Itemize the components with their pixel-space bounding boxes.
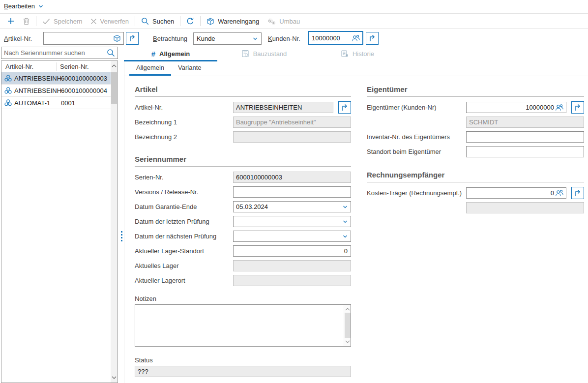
kunden-nr-input[interactable] [309, 32, 352, 44]
eigentuemer-name-input [467, 117, 584, 127]
list-item[interactable]: ANTRIEBSEINH... 6000100000003 [1, 72, 111, 85]
main-tabs: # Allgemein Bauzustand Historie [124, 47, 588, 61]
scroll-up-icon[interactable] [344, 305, 351, 313]
scroll-down-icon[interactable] [344, 338, 351, 346]
list-item[interactable]: AUTOMAT-1 0001 [1, 97, 111, 109]
subtab-allgemein[interactable]: Allgemein [129, 61, 171, 76]
delete-button[interactable] [19, 15, 34, 27]
list-item-serie: 0001 [61, 99, 111, 107]
scroll-down-icon[interactable] [111, 374, 118, 382]
serial-list: Artikel-Nr. Serien-Nr. ANTRIEBSEINH... 6… [1, 60, 118, 383]
list-header[interactable]: Artikel-Nr. Serien-Nr. [1, 61, 111, 72]
tab-allgemein-label: Allgemein [159, 50, 190, 58]
standort-eigentuemer-field [466, 146, 584, 157]
goods-receipt-button[interactable]: Wareneingang [203, 15, 263, 27]
eigentuemer-kunde-input[interactable] [467, 102, 555, 113]
build-state-icon [241, 50, 249, 58]
betrachtung-select[interactable]: Kunde [193, 32, 262, 45]
package-icon [206, 17, 214, 25]
serial-search-input[interactable] [1, 47, 107, 59]
menu-bearbeiten[interactable]: Bearbeiten [4, 2, 44, 10]
artikel-nr-form-field [233, 102, 333, 113]
artikel-nr-form-label: Artikel-Nr. [135, 104, 233, 111]
artikel-open-button[interactable] [126, 32, 139, 45]
letzte-pruefung-input[interactable] [234, 216, 342, 227]
customers-icon[interactable] [555, 104, 563, 111]
chevron-down-icon [252, 36, 258, 42]
inventar-nr-input[interactable] [467, 132, 584, 142]
garantie-date-field [233, 201, 351, 212]
lagerort-input [234, 275, 351, 286]
discard-button[interactable]: Verwerfen [87, 15, 133, 27]
notizen-scrollbar[interactable] [344, 305, 351, 346]
history-icon [341, 50, 349, 58]
scrollbar-thumb[interactable] [345, 313, 351, 338]
bezeichnung1-label: Bezeichnung 1 [135, 118, 233, 126]
column-header-artikel[interactable]: Artikel-Nr. [1, 63, 57, 70]
bezeichnung1-input [234, 117, 351, 127]
form-artikel-open-button[interactable] [338, 101, 351, 114]
cube-icon[interactable] [113, 34, 121, 42]
lagerort-label: Aktueller Lagerort [135, 277, 233, 284]
toolbar-separator [135, 16, 135, 26]
right-column: Eigentümer Eigentümer (Kunden-Nr) [367, 85, 584, 217]
new-button[interactable] [3, 15, 19, 27]
left-column: Artikel Artikel-Nr. Bezeichnung 1 [135, 85, 351, 377]
kostentraeger-label: Kosten-Träger (Rechnungsempf.) [367, 189, 466, 197]
search-button[interactable]: Suchen [137, 15, 178, 27]
goods-receipt-label: Wareneingang [218, 18, 259, 25]
inventar-nr-field [466, 131, 584, 143]
notizen-textarea[interactable] [135, 305, 344, 346]
artikel-nr-input[interactable] [44, 32, 113, 44]
main-panel: # Allgemein Bauzustand Historie Allgemei… [124, 47, 588, 383]
subtab-allgemein-label: Allgemein [136, 64, 164, 71]
tab-bauzustand[interactable]: Bauzustand [217, 47, 311, 61]
bezeichnung2-input [234, 132, 351, 142]
kunden-open-button[interactable] [366, 32, 379, 45]
conversion-button[interactable]: Umbau [263, 15, 304, 27]
chevron-down-icon[interactable] [342, 204, 348, 210]
chevron-down-icon[interactable] [342, 219, 348, 225]
search-icon[interactable] [107, 49, 115, 57]
customers-icon[interactable] [555, 189, 563, 197]
list-scrollbar[interactable] [111, 61, 118, 383]
serien-nr-input [234, 172, 351, 182]
list-item[interactable]: ANTRIEBSEINH... 6000100000004 [1, 85, 111, 97]
trash-icon [23, 17, 30, 25]
jump-arrow-icon [574, 104, 582, 112]
save-button[interactable]: Speichern [38, 15, 87, 27]
column-header-serie[interactable]: Serien-Nr. [57, 63, 89, 70]
refresh-button[interactable] [182, 15, 198, 27]
assembly-icon [4, 99, 12, 107]
garantie-date-input[interactable] [234, 202, 342, 212]
jump-arrow-icon [574, 189, 582, 197]
save-label: Speichern [54, 18, 83, 25]
scroll-up-icon[interactable] [111, 62, 118, 70]
assembly-icon [4, 74, 12, 82]
standort-eigentuemer-input[interactable] [467, 147, 584, 157]
kostentraeger-input[interactable] [467, 188, 555, 198]
list-item-artikel: AUTOMAT-1 [14, 99, 61, 107]
naechste-pruefung-input[interactable] [234, 231, 342, 241]
jump-arrow-icon [128, 34, 136, 42]
tab-historie[interactable]: Historie [311, 47, 404, 61]
lager-standort-label: Aktueller Lager-Standort [135, 247, 233, 255]
subtab-variante[interactable]: Variante [171, 61, 208, 76]
status-field [135, 366, 351, 377]
refresh-icon [186, 17, 194, 25]
kunden-nr-label: Kunden-Nr. [268, 35, 300, 42]
kostentraeger-open-button[interactable] [571, 187, 584, 199]
kostentraeger-field [466, 187, 566, 199]
panel-splitter[interactable] [120, 231, 123, 241]
eigentuemer-open-button[interactable] [571, 101, 584, 114]
list-item-serie: 6000100000004 [61, 87, 111, 94]
customers-icon[interactable] [352, 34, 360, 42]
version-field [233, 186, 351, 198]
scrollbar-thumb[interactable] [111, 72, 117, 104]
artikel-nr-form-input [234, 102, 333, 113]
tab-allgemein[interactable]: # Allgemein [124, 47, 217, 61]
notizen-box [135, 304, 351, 347]
chevron-down-icon[interactable] [342, 234, 348, 239]
lager-standort-input[interactable] [234, 246, 351, 256]
version-input[interactable] [234, 187, 351, 197]
